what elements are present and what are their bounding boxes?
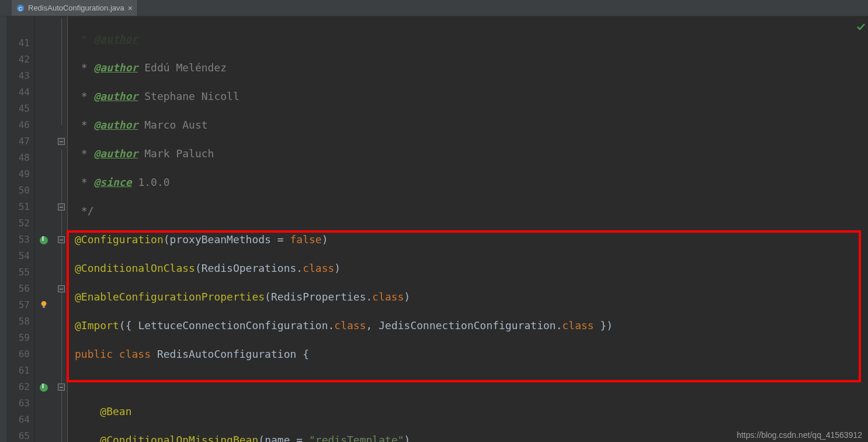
tab-file[interactable]: C RedisAutoConfiguration.java × <box>12 0 138 16</box>
line-number: 42 <box>7 51 34 68</box>
line-number: 51 <box>7 199 34 215</box>
line-number: 62 <box>7 379 34 395</box>
fold-toggle[interactable] <box>58 285 65 292</box>
line-number: 45 <box>7 101 34 117</box>
svg-point-2 <box>41 301 47 306</box>
code-line[interactable]: @Import({ LettuceConnectionConfiguration… <box>68 317 868 334</box>
fold-toggle[interactable] <box>58 236 65 243</box>
line-number: 65 <box>7 428 34 442</box>
line-number: 48 <box>7 150 34 166</box>
code-line[interactable]: @Configuration(proxyBeanMethods = false) <box>68 232 868 248</box>
code-area[interactable]: * @author * @author Eddú Meléndez * @aut… <box>68 16 868 442</box>
close-icon[interactable]: × <box>128 4 133 13</box>
gutter: 41 42 43 44 45 46 47 48 49 50 51 52 53 5… <box>7 16 35 442</box>
line-number: 52 <box>7 215 34 232</box>
line-number: 43 <box>7 68 34 84</box>
fold-toggle[interactable] <box>58 203 65 210</box>
line-number: 58 <box>7 313 34 330</box>
line-number: 49 <box>7 166 34 182</box>
line-number: 53 <box>7 232 34 248</box>
code-line[interactable]: * @author Mark Paluch <box>68 146 868 162</box>
watermark: https://blog.csdn.net/qq_41563912 <box>737 430 862 440</box>
line-number: 50 <box>7 182 34 199</box>
code-line[interactable] <box>68 375 868 391</box>
code-line[interactable]: @Bean <box>68 403 868 420</box>
code-line[interactable]: * @since 1.0.0 <box>68 174 868 191</box>
line-number: 59 <box>7 330 34 346</box>
code-line[interactable]: @ConditionalOnClass(RedisOperations.clas… <box>68 260 868 277</box>
code-line[interactable]: * @author Eddú Meléndez <box>68 60 868 76</box>
left-rail <box>0 16 7 442</box>
code-line[interactable]: * @author Stephane Nicoll <box>68 88 868 105</box>
line-number: 44 <box>7 84 34 101</box>
intention-bulb-icon[interactable] <box>40 301 48 309</box>
marker-strip <box>35 16 56 442</box>
line-number: 56 <box>7 281 34 297</box>
line-number: 57 <box>7 297 34 313</box>
tab-bar: C RedisAutoConfiguration.java × <box>0 0 868 16</box>
line-number: 55 <box>7 264 34 281</box>
fold-strip <box>56 16 68 442</box>
line-number: 46 <box>7 117 34 133</box>
code-line[interactable]: */ <box>68 203 868 219</box>
tab-filename: RedisAutoConfiguration.java <box>28 4 124 12</box>
line-number <box>7 19 34 35</box>
implements-marker-icon[interactable] <box>40 236 48 244</box>
editor: 41 42 43 44 45 46 47 48 49 50 51 52 53 5… <box>0 16 868 442</box>
code-line[interactable]: * @author <box>68 31 868 47</box>
line-number: 41 <box>7 35 34 51</box>
fold-toggle[interactable] <box>58 138 65 145</box>
line-number: 61 <box>7 362 34 379</box>
line-number: 47 <box>7 133 34 150</box>
code-line[interactable]: @EnableConfigurationProperties(RedisProp… <box>68 289 868 305</box>
analysis-ok-icon[interactable] <box>856 22 866 32</box>
line-number: 54 <box>7 248 34 264</box>
java-class-icon: C <box>16 4 25 12</box>
code-line[interactable]: * @author Marco Aust <box>68 117 868 133</box>
line-number: 60 <box>7 346 34 362</box>
line-number: 64 <box>7 412 34 428</box>
svg-text:C: C <box>19 5 22 11</box>
implements-marker-icon[interactable] <box>40 384 48 392</box>
line-number: 63 <box>7 395 34 412</box>
fold-toggle[interactable] <box>58 384 65 391</box>
code-line[interactable]: public class RedisAutoConfiguration { <box>68 346 868 362</box>
svg-rect-3 <box>43 306 45 308</box>
